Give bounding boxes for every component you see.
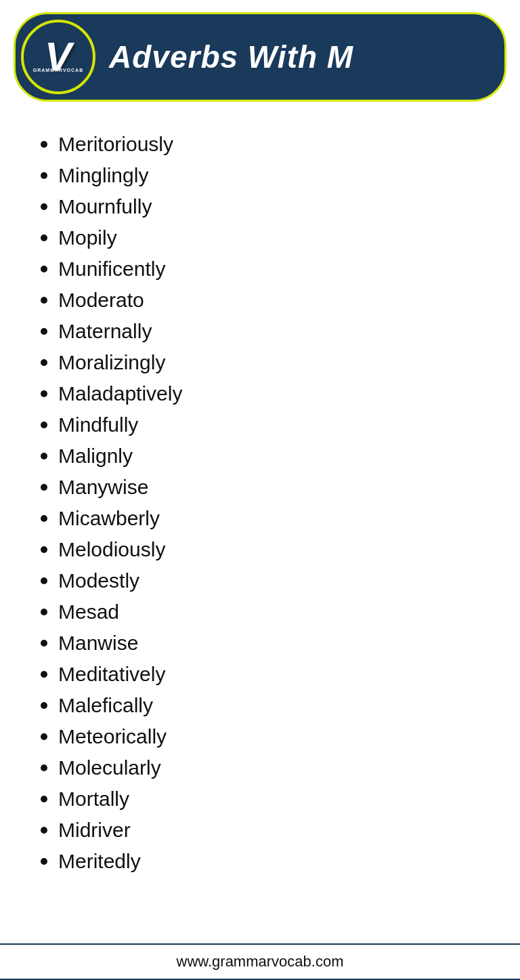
adverb-text: Melodiously — [58, 538, 165, 561]
bullet-icon — [41, 359, 47, 366]
bullet-icon — [41, 796, 47, 802]
bullet-icon — [41, 328, 47, 335]
list-item: Moderato — [41, 285, 479, 316]
bullet-icon — [41, 609, 47, 615]
list-item: Mindfully — [41, 409, 479, 441]
footer-url: www.grammarvocab.com — [177, 953, 344, 970]
adverb-text: Maternally — [58, 320, 152, 343]
adverb-list: MeritoriouslyMinglinglyMournfullyMopilyM… — [41, 129, 479, 877]
adverb-text: Meditatively — [58, 663, 165, 686]
list-item: Moralizingly — [41, 347, 479, 378]
adverb-text: Maladaptively — [58, 382, 182, 405]
bullet-icon — [41, 422, 47, 428]
adverb-text: Midriver — [58, 819, 131, 842]
page-title: Adverbs With M — [109, 39, 353, 75]
list-item: Maternally — [41, 316, 479, 347]
adverb-text: Moderato — [58, 289, 144, 312]
header-wrapper: V GRAMMARVOCAB Adverbs With M — [0, 0, 520, 108]
adverb-text: Mopily — [58, 226, 117, 249]
list-item: Meditatively — [41, 659, 479, 690]
list-item: Maladaptively — [41, 378, 479, 409]
footer: www.grammarvocab.com — [0, 943, 520, 980]
adverb-text: Molecularly — [58, 756, 161, 779]
adverb-text: Malefically — [58, 694, 153, 717]
adverb-text: Meritoriously — [58, 133, 173, 156]
list-item: Modestly — [41, 565, 479, 596]
list-item: Mopily — [41, 222, 479, 253]
list-item: Melodiously — [41, 534, 479, 565]
adverb-text: Mindfully — [58, 413, 138, 436]
adverb-text: Modestly — [58, 569, 139, 592]
logo-small-text: GRAMMARVOCAB — [33, 68, 83, 73]
adverb-text: Moralizingly — [58, 351, 165, 374]
bullet-icon — [41, 266, 47, 272]
bullet-icon — [41, 640, 47, 647]
list-item: Meritedly — [41, 846, 479, 877]
adverb-text: Munificently — [58, 258, 165, 281]
list-item: Mesad — [41, 596, 479, 628]
adverb-text: Mesad — [58, 600, 119, 624]
bullet-icon — [41, 702, 47, 709]
adverb-text: Malignly — [58, 445, 133, 468]
bullet-icon — [41, 141, 47, 148]
list-item: Midriver — [41, 815, 479, 846]
list-item: Malefically — [41, 690, 479, 721]
bullet-icon — [41, 172, 47, 179]
adverb-text: Micawberly — [58, 507, 160, 530]
list-item: Molecularly — [41, 752, 479, 783]
adverb-text: Mournfully — [58, 195, 152, 218]
list-item: Manywise — [41, 472, 479, 503]
list-item: Manwise — [41, 628, 479, 659]
bullet-icon — [41, 764, 47, 771]
adverb-text: Minglingly — [58, 164, 148, 187]
adverb-text: Mortally — [58, 788, 129, 811]
bullet-icon — [41, 671, 47, 678]
list-item: Mortally — [41, 783, 479, 815]
adverb-text: Meritedly — [58, 850, 141, 873]
list-item: Mournfully — [41, 191, 479, 222]
header-banner: V GRAMMARVOCAB Adverbs With M — [14, 12, 506, 102]
bullet-icon — [41, 733, 47, 740]
bullet-icon — [41, 390, 47, 397]
list-item: Meteorically — [41, 721, 479, 752]
content-area: MeritoriouslyMinglinglyMournfullyMopilyM… — [0, 108, 520, 943]
list-item: Minglingly — [41, 160, 479, 191]
list-item: Munificently — [41, 253, 479, 285]
adverb-text: Manwise — [58, 632, 138, 655]
bullet-icon — [41, 827, 47, 834]
bullet-icon — [41, 515, 47, 522]
list-item: Micawberly — [41, 503, 479, 534]
bullet-icon — [41, 453, 47, 460]
bullet-icon — [41, 546, 47, 553]
adverb-text: Meteorically — [58, 725, 167, 748]
list-item: Meritoriously — [41, 129, 479, 160]
adverb-text: Manywise — [58, 476, 148, 499]
bullet-icon — [41, 297, 47, 304]
bullet-icon — [41, 858, 47, 865]
bullet-icon — [41, 203, 47, 210]
list-item: Malignly — [41, 441, 479, 472]
logo-circle: V GRAMMARVOCAB — [21, 20, 95, 94]
bullet-icon — [41, 234, 47, 241]
bullet-icon — [41, 577, 47, 584]
bullet-icon — [41, 484, 47, 491]
